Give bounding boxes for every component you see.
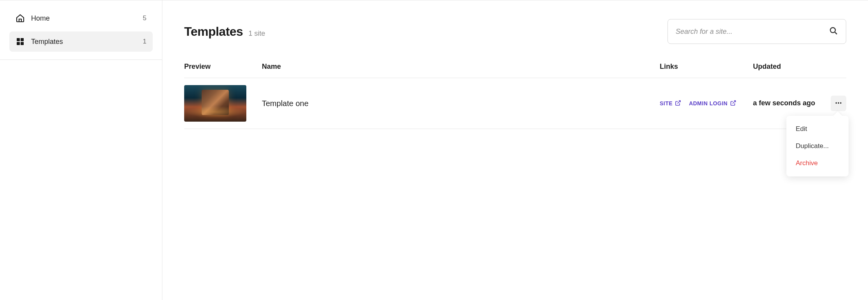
- col-name: Name: [262, 63, 660, 71]
- sidebar-item-count: 5: [143, 14, 146, 22]
- site-link[interactable]: SITE: [660, 100, 681, 107]
- sidebar-item-home[interactable]: Home 5: [9, 8, 153, 28]
- main-content: Templates 1 site Preview Name Links Upda…: [162, 0, 868, 300]
- links-cell: SITE ADMIN LOGIN: [660, 100, 753, 107]
- dropdown-edit[interactable]: Edit: [786, 120, 849, 138]
- dropdown-archive[interactable]: Archive: [786, 155, 849, 172]
- sidebar-item-label: Templates: [31, 38, 143, 46]
- actions-dropdown: Edit Duplicate... Archive: [786, 116, 849, 176]
- search-icon: [829, 26, 838, 37]
- site-link-label: SITE: [660, 100, 673, 106]
- col-updated: Updated: [753, 63, 823, 71]
- template-thumbnail[interactable]: [184, 85, 246, 122]
- admin-login-link[interactable]: ADMIN LOGIN: [689, 100, 736, 107]
- home-icon: [16, 14, 25, 23]
- page-title: Templates: [184, 24, 243, 39]
- sidebar: Home 5 Templates 1: [0, 0, 162, 300]
- col-preview: Preview: [184, 63, 262, 71]
- sidebar-item-templates[interactable]: Templates 1: [9, 31, 153, 52]
- svg-line-6: [678, 101, 680, 103]
- svg-rect-1: [21, 38, 24, 41]
- search-input[interactable]: [676, 28, 829, 36]
- svg-rect-3: [21, 42, 24, 45]
- svg-point-9: [838, 102, 839, 103]
- sidebar-nav: Home 5 Templates 1: [0, 8, 162, 60]
- templates-table: Preview Name Links Updated Template one …: [184, 63, 846, 129]
- page-header: Templates 1 site: [184, 19, 846, 44]
- external-link-icon: [730, 100, 736, 107]
- table-row: Template one SITE ADMIN LOG: [184, 78, 846, 129]
- sidebar-item-label: Home: [31, 14, 143, 23]
- updated-cell: a few seconds ago: [753, 99, 823, 108]
- title-group: Templates 1 site: [184, 24, 265, 39]
- table-header: Preview Name Links Updated: [184, 63, 846, 78]
- svg-point-8: [836, 102, 837, 103]
- search-box[interactable]: [668, 19, 846, 44]
- svg-rect-0: [17, 38, 20, 41]
- page-subtitle: 1 site: [248, 30, 265, 38]
- more-actions-button[interactable]: [831, 96, 846, 111]
- external-link-icon: [675, 100, 681, 107]
- grid-icon: [16, 37, 25, 46]
- svg-line-5: [835, 32, 837, 34]
- svg-rect-2: [17, 42, 20, 45]
- dropdown-duplicate[interactable]: Duplicate...: [786, 138, 849, 155]
- sidebar-item-count: 1: [143, 38, 146, 45]
- svg-point-10: [840, 102, 841, 103]
- col-links: Links: [660, 63, 753, 71]
- svg-point-4: [830, 28, 835, 33]
- svg-line-7: [732, 101, 735, 103]
- template-name: Template one: [262, 99, 660, 108]
- preview-cell: [184, 85, 262, 122]
- admin-login-label: ADMIN LOGIN: [689, 100, 728, 106]
- more-horizontal-icon: [835, 99, 842, 108]
